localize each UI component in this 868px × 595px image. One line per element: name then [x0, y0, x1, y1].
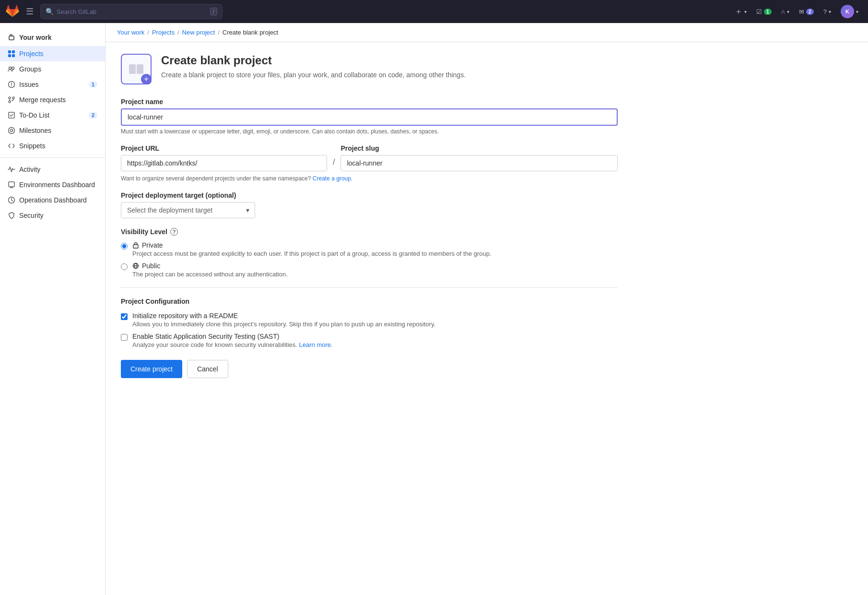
- private-label[interactable]: Private: [132, 241, 492, 249]
- user-avatar-button[interactable]: K ▾: [837, 3, 862, 20]
- chevron-down-icon: ▾: [856, 9, 858, 14]
- sidebar-divider: [0, 157, 105, 158]
- create-group-link[interactable]: Create a group.: [313, 175, 352, 182]
- visibility-help-icon[interactable]: ?: [170, 228, 178, 236]
- breadcrumb-your-work[interactable]: Your work: [117, 29, 144, 36]
- svg-point-15: [11, 130, 13, 132]
- sast-learn-more-link[interactable]: Learn more.: [299, 341, 333, 348]
- todo-button[interactable]: ☑ 1: [752, 6, 775, 17]
- svg-rect-1: [8, 50, 11, 53]
- project-url-input[interactable]: [121, 155, 327, 171]
- plus-icon: ＋: [735, 7, 742, 17]
- init-readme-option: Initialize repository with a README Allo…: [121, 312, 618, 328]
- sidebar-item-environments-dashboard[interactable]: Environments Dashboard: [0, 177, 105, 192]
- breadcrumb-new-project[interactable]: New project: [182, 29, 215, 36]
- sidebar-item-snippets[interactable]: Snippets: [0, 138, 105, 154]
- help-button[interactable]: ? ▾: [820, 6, 835, 17]
- public-label[interactable]: Public: [132, 262, 288, 270]
- project-url-row: Project URL / Project slug: [121, 144, 618, 171]
- global-search[interactable]: 🔍 /: [40, 4, 223, 19]
- project-url-label: Project URL: [121, 144, 327, 152]
- project-config-group: Project Configuration Initialize reposit…: [121, 298, 618, 348]
- page-title: Create blank project: [161, 54, 466, 67]
- page-content: + Create blank project Create a blank pr…: [106, 42, 633, 390]
- sidebar-item-groups[interactable]: Groups: [0, 61, 105, 77]
- lock-icon: [132, 242, 139, 249]
- breadcrumb-projects[interactable]: Projects: [152, 29, 175, 36]
- sast-label[interactable]: Enable Static Application Security Testi…: [132, 333, 279, 340]
- sidebar-item-label: Security: [19, 212, 44, 219]
- sidebar-item-security[interactable]: Security: [0, 208, 105, 223]
- deployment-select-wrapper: Select the deployment target: [121, 202, 255, 218]
- project-slug-input[interactable]: [340, 155, 618, 171]
- cancel-button[interactable]: Cancel: [187, 360, 228, 378]
- sidebar-item-todo-list[interactable]: To-Do List 2: [0, 107, 105, 123]
- init-readme-desc: Allows you to immediately clone this pro…: [132, 321, 435, 328]
- svg-point-6: [12, 67, 14, 70]
- create-project-button[interactable]: Create project: [121, 360, 182, 378]
- todo-badge: 2: [89, 112, 97, 119]
- init-readme-checkbox[interactable]: [121, 313, 128, 320]
- public-option: Public The project can be accessed witho…: [121, 262, 618, 278]
- top-navigation: ☰ 🔍 / ＋ ▾ ☑ 1 ⑃ ▾ ✉ 2 ? ▾ K ▾: [0, 0, 868, 23]
- chevron-down-icon: ▾: [744, 9, 747, 14]
- svg-point-10: [9, 97, 11, 99]
- milestones-icon: [8, 127, 15, 134]
- email-button[interactable]: ✉ 2: [795, 6, 818, 17]
- security-icon: [8, 212, 15, 219]
- merge-icon: ⑃: [781, 8, 785, 15]
- svg-point-12: [12, 97, 14, 99]
- merge-requests-button[interactable]: ⑃ ▾: [777, 6, 793, 17]
- sast-checkbox[interactable]: [121, 334, 128, 341]
- private-desc: Project access must be granted explicitl…: [132, 250, 492, 257]
- private-option-text: Private Project access must be granted e…: [132, 241, 492, 257]
- project-slug-group: Project slug: [340, 144, 618, 171]
- sidebar-item-label: Issues: [19, 81, 38, 88]
- todo-list-icon: [8, 111, 15, 119]
- sidebar-item-label: Activity: [19, 166, 40, 173]
- issues-icon: [8, 81, 15, 88]
- environments-icon: [8, 181, 15, 189]
- private-option: Private Project access must be granted e…: [121, 241, 618, 257]
- new-menu-button[interactable]: ＋ ▾: [731, 5, 751, 19]
- sidebar-item-operations-dashboard[interactable]: Operations Dashboard: [0, 192, 105, 208]
- deployment-select[interactable]: Select the deployment target: [121, 202, 255, 218]
- svg-rect-3: [8, 54, 11, 57]
- project-name-hint: Must start with a lowercase or uppercase…: [121, 128, 618, 135]
- sidebar-item-merge-requests[interactable]: Merge requests: [0, 92, 105, 107]
- todo-badge: 1: [764, 9, 772, 15]
- hamburger-menu[interactable]: ☰: [23, 4, 36, 19]
- project-icon-page: [137, 64, 143, 74]
- sidebar-item-label: To-Do List: [19, 111, 49, 119]
- sidebar-item-projects[interactable]: Projects: [0, 46, 105, 61]
- chevron-down-icon: ▾: [829, 9, 831, 14]
- sidebar-section-title: Your work: [0, 31, 105, 46]
- project-name-input[interactable]: [121, 108, 618, 126]
- svg-rect-16: [9, 182, 14, 187]
- project-slug-label: Project slug: [340, 144, 618, 152]
- merge-requests-icon: [8, 96, 15, 104]
- deployment-label: Project deployment target (optional): [121, 191, 618, 199]
- search-input[interactable]: [57, 8, 207, 15]
- todo-icon: ☑: [756, 8, 762, 15]
- sidebar: Your work Projects Groups Issues 1 Merge…: [0, 23, 106, 595]
- project-icon-page: [129, 64, 136, 74]
- visibility-label: Visibility Level ?: [121, 228, 618, 236]
- sidebar-item-milestones[interactable]: Milestones: [0, 123, 105, 138]
- public-radio[interactable]: [121, 263, 128, 270]
- init-readme-label[interactable]: Initialize repository with a README: [132, 312, 238, 320]
- svg-point-11: [9, 101, 11, 103]
- sidebar-item-activity[interactable]: Activity: [0, 162, 105, 177]
- sidebar-item-label: Merge requests: [19, 96, 66, 104]
- email-icon: ✉: [799, 8, 804, 15]
- svg-point-14: [9, 128, 15, 134]
- sidebar-item-issues[interactable]: Issues 1: [0, 77, 105, 92]
- project-icon: +: [121, 54, 152, 84]
- private-radio[interactable]: [121, 243, 128, 250]
- project-name-label: Project name: [121, 98, 618, 106]
- project-url-group: Project URL: [121, 144, 327, 171]
- gitlab-logo[interactable]: [6, 5, 19, 18]
- sidebar-item-label: Environments Dashboard: [19, 181, 95, 189]
- briefcase-icon: [8, 34, 15, 41]
- checkbox-group: Initialize repository with a README Allo…: [121, 312, 618, 348]
